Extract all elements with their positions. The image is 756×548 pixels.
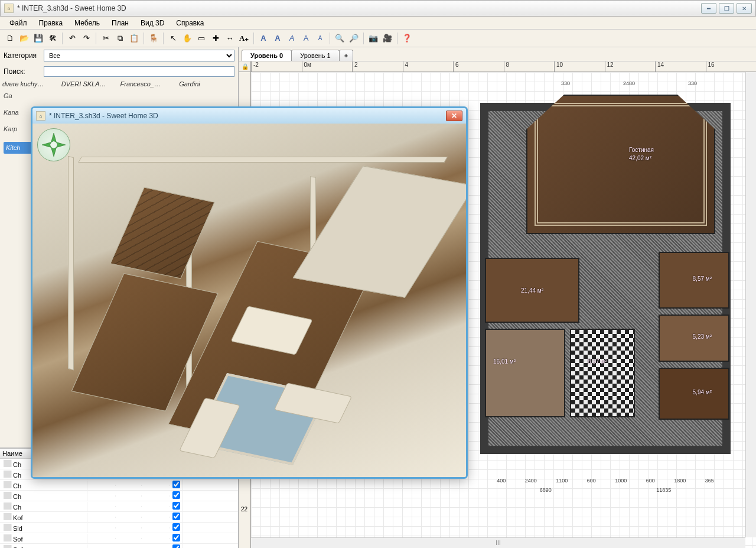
menu-help[interactable]: Справка	[171, 18, 208, 28]
catalog-item-label: Kana	[4, 109, 19, 116]
separator	[253, 33, 254, 44]
catalog-col: dvere kuchy…	[2, 80, 59, 87]
save-icon[interactable]: 💾	[32, 32, 45, 45]
create-text-icon[interactable]: A₊	[237, 32, 250, 45]
catalog-item-label: Kitch	[6, 144, 20, 151]
view3d-titlebar[interactable]: ⌂ * INTER_3.sh3d - Sweet Home 3D ✕	[32, 108, 466, 124]
pan-tool-icon[interactable]: ✋	[181, 32, 194, 45]
category-label: Категория	[4, 51, 40, 60]
paste-icon[interactable]: 📋	[128, 32, 141, 45]
redo-icon[interactable]: ↷	[80, 32, 93, 45]
window-title: * INTER_3.sh3d - Sweet Home 3D	[17, 4, 126, 12]
compass-icon[interactable]	[37, 128, 70, 161]
text-size-icon[interactable]: A	[299, 32, 312, 45]
menu-edit[interactable]: Правка	[34, 18, 68, 28]
catalog-item-label: Karp	[4, 125, 17, 132]
menu-furniture[interactable]: Мебель	[70, 18, 105, 28]
open-file-icon[interactable]: 📂	[18, 32, 31, 45]
toolbar: 🗋 📂 💾 🛠 ↶ ↷ ✂ ⧉ 📋 🪑 ↖ ✋ ▭ ✚ ↔ A₊ A A A A…	[0, 30, 756, 47]
visibility-checkbox[interactable]	[172, 544, 180, 548]
view3d-canvas[interactable]	[32, 124, 466, 477]
level-tab-1[interactable]: Уровень 1	[291, 50, 340, 61]
visibility-checkbox[interactable]	[172, 523, 180, 531]
create-dimensions-icon[interactable]: ↔	[223, 32, 236, 45]
table-row[interactable]: Sid	[0, 523, 238, 533]
visibility-checkbox[interactable]	[172, 502, 180, 510]
zoom-out-icon[interactable]: 🔎	[347, 32, 360, 45]
add-furniture-icon[interactable]: 🪑	[147, 32, 160, 45]
text-italic-icon[interactable]: A	[285, 32, 298, 45]
separator	[330, 33, 330, 44]
table-row[interactable]: Ch	[0, 501, 238, 512]
select-tool-icon[interactable]: ↖	[167, 32, 180, 45]
catalog-col: DVERI SKLA…	[61, 80, 118, 87]
menu-plan[interactable]: План	[107, 18, 133, 28]
view3d-close-button[interactable]: ✕	[446, 111, 462, 121]
room-bath[interactable]	[570, 329, 635, 417]
catalog-header: dvere kuchy… DVERI SKLA… Francesco_… Gar…	[0, 79, 238, 89]
record-video-icon[interactable]: 🎥	[381, 32, 394, 45]
separator	[96, 33, 96, 44]
level-tab-0[interactable]: Уровень 0	[242, 50, 292, 61]
view3d-title: * INTER_3.sh3d - Sweet Home 3D	[49, 112, 158, 120]
category-select[interactable]: Все	[44, 50, 234, 61]
preferences-icon[interactable]: 🛠	[46, 32, 59, 45]
separator	[397, 33, 397, 44]
text-format-icon[interactable]: A	[257, 32, 270, 45]
horizontal-scrollbar[interactable]: III	[251, 537, 745, 548]
copy-icon[interactable]: ⧉	[113, 32, 126, 45]
catalog-col: Gardini	[179, 80, 236, 87]
level-tab-add[interactable]: +	[339, 50, 353, 61]
help-icon[interactable]: ❓	[400, 32, 413, 45]
table-row[interactable]: Kof	[0, 512, 238, 523]
view3d-window[interactable]: ⌂ * INTER_3.sh3d - Sweet Home 3D ✕	[31, 106, 468, 479]
room-bl[interactable]	[485, 329, 565, 417]
take-photo-icon[interactable]: 📷	[367, 32, 380, 45]
ruler-horizontal: -20м 24 68 1012 1416	[251, 61, 756, 72]
main-titlebar: ⌂ * INTER_3.sh3d - Sweet Home 3D ━ ❐ ✕	[0, 0, 756, 17]
separator	[363, 33, 364, 44]
search-label: Поиск:	[4, 67, 40, 76]
undo-icon[interactable]: ↶	[66, 32, 79, 45]
lock-icon[interactable]: 🔒	[239, 61, 251, 72]
floorplan: 3302480330 Гостиная 42,02 м² 21,44 м² 8,…	[475, 80, 735, 459]
app-icon: ⌂	[4, 4, 14, 13]
visibility-checkbox[interactable]	[172, 491, 180, 499]
table-row[interactable]: Sof	[0, 544, 238, 548]
menu-file[interactable]: Файл	[5, 18, 32, 28]
dimensions-bottom: 40024001100 6001000600 1800365	[487, 478, 724, 484]
create-rooms-icon[interactable]: ✚	[209, 32, 222, 45]
svg-marker-3	[56, 142, 65, 148]
svg-marker-1	[51, 147, 57, 156]
visibility-checkbox[interactable]	[172, 513, 180, 520]
text-size2-icon[interactable]: A	[314, 32, 327, 45]
level-tabs: Уровень 0 Уровень 1 +	[239, 47, 756, 61]
visibility-checkbox[interactable]	[172, 534, 180, 541]
search-input[interactable]	[44, 66, 234, 77]
room-living[interactable]	[526, 95, 715, 234]
room-living-label: Гостиная	[629, 147, 654, 153]
svg-marker-2	[42, 142, 51, 148]
maximize-button[interactable]: ❐	[719, 3, 734, 14]
separator	[163, 33, 164, 44]
room-living-area: 42,02 м²	[629, 155, 651, 161]
menu-view3d[interactable]: Вид 3D	[136, 18, 169, 28]
vertical-scrollbar[interactable]	[745, 72, 756, 537]
table-row[interactable]: Sof	[0, 533, 238, 544]
svg-marker-0	[51, 133, 57, 142]
minimize-button[interactable]: ━	[701, 3, 716, 14]
room-mid[interactable]: 21,44 м²	[485, 258, 579, 323]
text-bold-icon[interactable]: A	[271, 32, 284, 45]
close-button[interactable]: ✕	[737, 3, 752, 14]
new-file-icon[interactable]: 🗋	[4, 32, 17, 45]
table-row[interactable]: Ch	[0, 480, 238, 491]
menubar: Файл Правка Мебель План Вид 3D Справка	[0, 17, 756, 30]
app-icon: ⌂	[36, 111, 45, 121]
visibility-checkbox[interactable]	[172, 481, 180, 488]
table-row[interactable]: Ch	[0, 491, 238, 501]
separator	[62, 33, 63, 44]
catalog-item-label: Ga	[4, 92, 12, 99]
cut-icon[interactable]: ✂	[99, 32, 112, 45]
create-walls-icon[interactable]: ▭	[195, 32, 208, 45]
zoom-in-icon[interactable]: 🔍	[333, 32, 346, 45]
